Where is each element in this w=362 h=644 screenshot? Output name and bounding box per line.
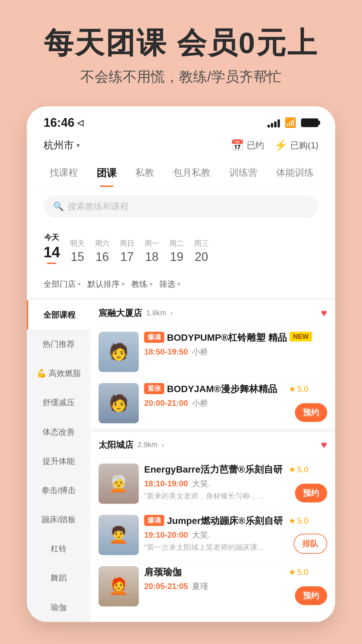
calendar-icon: 📅 <box>231 139 244 152</box>
reserve-button-5[interactable]: 预约 <box>295 586 327 605</box>
store-distance-2: 2.9km <box>137 440 158 449</box>
booked-button[interactable]: 📅 已约 <box>231 139 264 152</box>
chevron-down-icon: ▾ <box>78 280 81 288</box>
battery-icon <box>301 118 318 127</box>
course-desc-3: "新来的美女老师，身材修长匀称，教... <box>144 491 265 501</box>
date-wed[interactable]: 周三 20 <box>194 238 209 264</box>
star-rating-2: ★ 5.0 <box>289 384 308 394</box>
date-tomorrow[interactable]: 明天 15 <box>70 238 85 264</box>
tab-navigation: 找课程 团课 私教 包月私教 训练营 体能训练 <box>27 158 335 187</box>
store-distance-1: 1.8km <box>146 309 166 317</box>
signal-icon <box>267 118 280 127</box>
store-info-2[interactable]: 太阳城店 2.9km › <box>99 439 164 451</box>
tab-training-camp[interactable]: 训练营 <box>220 161 267 187</box>
store-header-1: 宸融大厦店 1.8km › ♥ <box>90 300 335 326</box>
course-name-5: 肩颈瑜伽 <box>144 566 182 578</box>
date-tue[interactable]: 周二 19 <box>169 238 184 264</box>
tag-tight-2: 紧张 <box>144 383 164 394</box>
store-separator <box>90 429 335 432</box>
course-info-1: 爆满 BODYPUMP®杠铃雕塑 精品 NEW 18:50-19:50 小桥 <box>144 332 327 372</box>
reserve-button-3[interactable]: 预约 <box>295 484 327 502</box>
chevron-down-icon: ▾ <box>149 280 153 288</box>
chevron-right-icon: › <box>170 309 173 317</box>
sidebar-item-barbell[interactable]: 杠铃 <box>27 534 90 563</box>
tab-find-course[interactable]: 找课程 <box>40 161 87 187</box>
location-selector[interactable]: 杭州市 ▾ <box>44 139 80 152</box>
course-card-2: 🧑 紧张 BODYJAM®漫步舞林精品 20:00-21:00 小桥 ★ 5.0 <box>90 377 335 429</box>
tab-group-class[interactable]: 团课 <box>87 161 126 187</box>
date-sat[interactable]: 周六 16 <box>95 238 110 264</box>
sidebar-item-fitness[interactable]: 提升体能 <box>27 446 90 476</box>
tab-monthly-pt[interactable]: 包月私教 <box>164 161 220 187</box>
tab-personal-training[interactable]: 私教 <box>126 161 164 187</box>
course-time-3: 18:10-19:00 <box>144 479 188 488</box>
course-desc-4: "第一次来太阳城上笑老师的蹦床课... <box>144 542 265 552</box>
course-time-5: 20:05-21:05 <box>144 582 188 591</box>
status-bar: 16:46 ◁ 📶 <box>27 106 335 133</box>
store-name-2: 太阳城店 <box>99 439 133 451</box>
tag-full-1: 爆满 <box>144 332 164 343</box>
content-area: 全部课程 热门推荐 💪 高效燃脂 舒缓减压 体态改善 提升体能 拳击/搏击 蹦床… <box>27 300 335 622</box>
store-info-1[interactable]: 宸融大厦店 1.8km › <box>99 307 173 319</box>
sidebar-item-popular[interactable]: 热门推荐 <box>27 329 90 359</box>
status-time: 16:46 ◁ <box>44 116 83 130</box>
sidebar-item-posture[interactable]: 体态改善 <box>27 417 90 446</box>
phone-mockup: 16:46 ◁ 📶 杭州市 ▾ 📅 已约 ⚡ 已 <box>27 106 335 622</box>
sidebar-item-trampoline[interactable]: 蹦床/踏板 <box>27 505 90 534</box>
favorite-icon-2[interactable]: ♥ <box>321 439 327 451</box>
filter-bar: 全部门店 ▾ 默认排序 ▾ 教练 ▾ 筛选 ▾ <box>27 271 335 300</box>
star-icon-3: ★ <box>289 465 296 474</box>
filter-screen[interactable]: 筛选 ▾ <box>159 276 180 292</box>
store-name-1: 宸融大厦店 <box>99 307 142 319</box>
star-rating-4: ★ 5.0 <box>289 516 308 526</box>
course-card-3: 🧑‍🦳 EnergyBarre活力芭蕾®乐刻自研 18:10-19:00 大笑.… <box>90 458 335 509</box>
course-name-1: BODYPUMP®杠铃雕塑 精品 <box>167 332 287 344</box>
sidebar-item-fat-burn[interactable]: 💪 高效燃脂 <box>27 359 90 388</box>
course-time-1: 18:50-19:50 <box>144 347 188 357</box>
filter-trainer[interactable]: 教练 ▾ <box>131 276 153 292</box>
date-mon[interactable]: 周一 18 <box>144 238 159 264</box>
wifi-icon: 📶 <box>285 117 296 128</box>
sidebar-item-relax[interactable]: 舒缓减压 <box>27 388 90 417</box>
course-card-4: 🧑‍🦱 爆满 Jumper燃动蹦床®乐刻自研 19:10-20:00 大笑. "… <box>90 509 335 560</box>
store-header-2: 太阳城店 2.9km › ♥ <box>90 432 335 458</box>
tab-fitness-training[interactable]: 体能训练 <box>267 161 323 187</box>
course-thumbnail-5: 🧑‍🦰 <box>99 566 139 606</box>
course-time-2: 20:00-21:00 <box>144 398 188 408</box>
course-time-4: 19:10-20:00 <box>144 530 188 540</box>
star-icon: ★ <box>289 384 296 394</box>
filter-sort[interactable]: 默认排序 ▾ <box>87 276 125 292</box>
filter-all-stores[interactable]: 全部门店 ▾ <box>44 276 81 292</box>
status-icons: 📶 <box>267 117 318 128</box>
hero-section: 每天团课 会员0元上 不会练不用慌，教练/学员齐帮忙 <box>0 0 362 106</box>
course-thumbnail-2: 🧑 <box>99 383 139 423</box>
course-trainer-4: 大笑. <box>192 530 210 540</box>
course-trainer-3: 大笑. <box>192 478 210 489</box>
search-bar[interactable]: 🔍 搜索教练和课程 <box>44 195 318 218</box>
date-sun[interactable]: 周日 17 <box>120 238 134 264</box>
course-name-3: EnergyBarre活力芭蕾®乐刻自研 <box>144 464 283 476</box>
favorite-icon-1[interactable]: ♥ <box>321 307 327 319</box>
top-actions: 📅 已约 ⚡ 已购(1) <box>231 139 318 152</box>
new-badge-1: NEW <box>290 332 312 341</box>
date-selector: 今天 14 明天 15 周六 16 周日 17 周一 18 周二 19 周三 2… <box>27 226 335 271</box>
reserve-button-2[interactable]: 预约 <box>295 403 327 422</box>
sidebar-item-dance[interactable]: 舞蹈 <box>27 563 90 592</box>
sidebar: 全部课程 热门推荐 💪 高效燃脂 舒缓减压 体态改善 提升体能 拳击/搏击 蹦床… <box>27 300 90 622</box>
sidebar-item-boxing[interactable]: 拳击/搏击 <box>27 476 90 505</box>
chevron-down-icon: ▾ <box>76 141 80 149</box>
sidebar-item-yoga[interactable]: 瑜伽 <box>27 593 90 622</box>
purchased-button[interactable]: ⚡ 已购(1) <box>274 139 318 152</box>
course-card-5: 🧑‍🦰 肩颈瑜伽 20:05-21:05 夏瑾 ★ 5.0 预约 <box>90 560 335 612</box>
queue-button-4[interactable]: 排队 <box>294 534 327 554</box>
search-input[interactable]: 搜索教练和课程 <box>68 201 129 212</box>
course-trainer-5: 夏瑾 <box>192 581 208 592</box>
date-today[interactable]: 今天 14 <box>44 232 60 264</box>
chevron-right-icon-2: › <box>162 441 164 449</box>
chevron-down-icon: ▾ <box>177 280 180 288</box>
star-rating-3: ★ 5.0 <box>289 465 308 474</box>
sidebar-item-all-courses[interactable]: 全部课程 <box>27 300 90 329</box>
course-trainer-2: 小桥 <box>192 398 208 409</box>
top-nav: 杭州市 ▾ 📅 已约 ⚡ 已购(1) <box>27 133 335 158</box>
tag-full-4: 爆满 <box>144 515 164 526</box>
